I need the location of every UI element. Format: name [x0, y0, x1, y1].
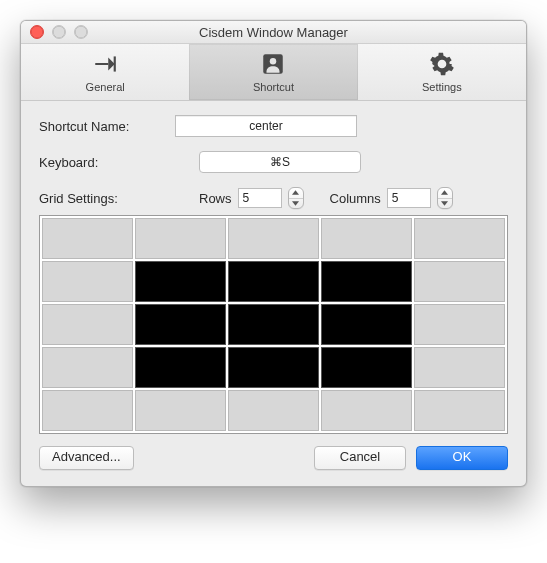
grid-cell[interactable]	[228, 390, 319, 431]
toolbar-tab-label: Shortcut	[253, 81, 294, 93]
toolbar-tab-settings[interactable]: Settings	[358, 44, 526, 100]
grid-cell[interactable]	[321, 304, 412, 345]
grid-selector[interactable]	[39, 215, 508, 434]
grid-cell[interactable]	[321, 347, 412, 388]
close-window-button[interactable]	[30, 25, 44, 39]
grid-cell[interactable]	[135, 218, 226, 259]
toolbar: General Shortcut Settings	[21, 44, 526, 101]
columns-stepper[interactable]	[437, 187, 453, 209]
grid-cell[interactable]	[42, 304, 133, 345]
traffic-lights	[21, 25, 88, 39]
grid-cell[interactable]	[321, 261, 412, 302]
grid-cell[interactable]	[42, 261, 133, 302]
grid-cell[interactable]	[414, 390, 505, 431]
grid-cell[interactable]	[414, 347, 505, 388]
grid-cell[interactable]	[228, 261, 319, 302]
cancel-button[interactable]: Cancel	[314, 446, 406, 470]
grid-cell[interactable]	[42, 390, 133, 431]
shortcut-name-input[interactable]: center	[175, 115, 357, 137]
minimize-window-button[interactable]	[52, 25, 66, 39]
title-bar: Cisdem Window Manager	[21, 21, 526, 44]
advanced-button[interactable]: Advanced...	[39, 446, 134, 470]
grid-cell[interactable]	[135, 304, 226, 345]
toolbar-tab-label: Settings	[422, 81, 462, 93]
grid-cell[interactable]	[228, 304, 319, 345]
toolbar-tab-shortcut[interactable]: Shortcut	[189, 44, 357, 100]
toolbar-tab-label: General	[86, 81, 125, 93]
keyboard-shortcut-field[interactable]: ⌘S	[199, 151, 361, 173]
rows-step-down[interactable]	[289, 199, 303, 209]
columns-input[interactable]: 5	[387, 188, 431, 208]
grid-settings-row: Grid Settings: Rows 5 Columns 5	[39, 187, 508, 209]
grid-cell[interactable]	[228, 218, 319, 259]
svg-rect-0	[114, 56, 116, 71]
rows-stepper[interactable]	[288, 187, 304, 209]
shortcut-name-row: Shortcut Name: center	[39, 115, 508, 137]
shortcut-name-label: Shortcut Name:	[39, 119, 175, 134]
button-bar: Advanced... Cancel OK	[39, 446, 508, 470]
rows-step-up[interactable]	[289, 188, 303, 199]
grid-cell[interactable]	[135, 390, 226, 431]
zoom-window-button[interactable]	[74, 25, 88, 39]
columns-step-down[interactable]	[438, 199, 452, 209]
grid-cell[interactable]	[228, 347, 319, 388]
window-title: Cisdem Window Manager	[21, 25, 526, 40]
grid-cell[interactable]	[414, 218, 505, 259]
grid-settings-label: Grid Settings:	[39, 191, 175, 206]
grid-cell[interactable]	[42, 218, 133, 259]
preferences-window: Cisdem Window Manager General Shortcut S…	[20, 20, 527, 487]
general-icon	[92, 51, 118, 79]
content-area: Shortcut Name: center Keyboard: ⌘S Grid …	[21, 101, 526, 486]
rows-input[interactable]: 5	[238, 188, 282, 208]
grid-cell[interactable]	[321, 390, 412, 431]
grid-cell[interactable]	[414, 261, 505, 302]
columns-label: Columns	[330, 191, 381, 206]
grid-cell[interactable]	[321, 218, 412, 259]
keyboard-row: Keyboard: ⌘S	[39, 151, 508, 173]
grid-cell[interactable]	[42, 347, 133, 388]
grid-cell[interactable]	[135, 347, 226, 388]
person-icon	[260, 51, 286, 79]
grid-cell[interactable]	[414, 304, 505, 345]
rows-label: Rows	[199, 191, 232, 206]
keyboard-label: Keyboard:	[39, 155, 175, 170]
ok-button[interactable]: OK	[416, 446, 508, 470]
columns-step-up[interactable]	[438, 188, 452, 199]
gear-icon	[429, 51, 455, 79]
toolbar-tab-general[interactable]: General	[21, 44, 189, 100]
svg-point-2	[270, 58, 277, 64]
grid-cell[interactable]	[135, 261, 226, 302]
